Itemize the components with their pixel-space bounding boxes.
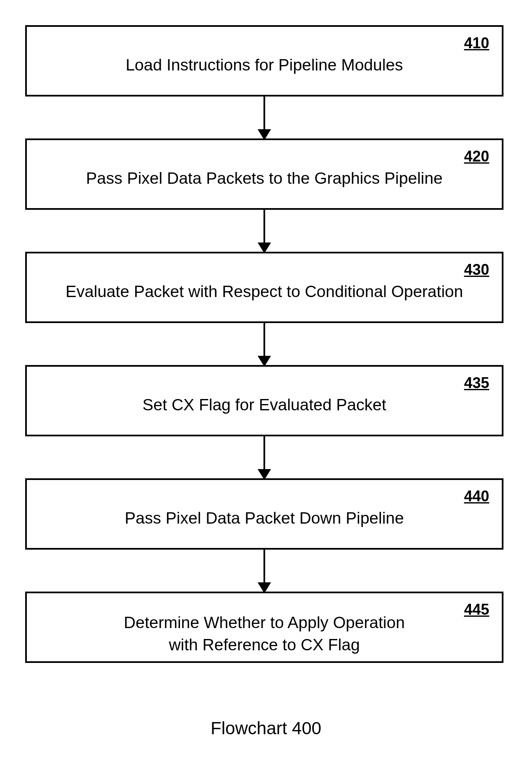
step-number: 430 [464, 261, 489, 279]
step-445-box: 445 Determine Whether to Apply Operation… [25, 592, 503, 663]
step-text-line1: Determine Whether to Apply Operation [124, 613, 405, 631]
arrow [25, 436, 503, 478]
step-420-box: 420 Pass Pixel Data Packets to the Graph… [25, 138, 503, 210]
step-410-box: 410 Load Instructions for Pipeline Modul… [25, 25, 503, 96]
arrow [25, 96, 503, 138]
step-number: 410 [464, 34, 489, 52]
step-text: Set CX Flag for Evaluated Packet [27, 394, 502, 416]
step-text: Pass Pixel Data Packets to the Graphics … [27, 168, 502, 189]
flowchart-caption: Flowchart 400 [0, 718, 532, 738]
step-text: Evaluate Packet with Respect to Conditio… [27, 281, 502, 303]
step-430-box: 430 Evaluate Packet with Respect to Cond… [25, 252, 503, 323]
step-435-box: 435 Set CX Flag for Evaluated Packet [25, 365, 503, 436]
step-number: 435 [464, 374, 489, 392]
step-text: Load Instructions for Pipeline Modules [27, 55, 502, 76]
arrow [25, 210, 503, 252]
step-number: 420 [464, 148, 489, 165]
arrow [25, 323, 503, 365]
step-440-box: 440 Pass Pixel Data Packet Down Pipeline [25, 478, 503, 550]
step-text: Determine Whether to Apply Operation wit… [27, 612, 502, 656]
flowchart: 410 Load Instructions for Pipeline Modul… [25, 25, 507, 663]
step-text-line2: with Reference to CX Flag [169, 636, 360, 654]
arrow [25, 550, 503, 592]
step-number: 440 [464, 488, 489, 505]
step-text: Pass Pixel Data Packet Down Pipeline [27, 508, 502, 529]
